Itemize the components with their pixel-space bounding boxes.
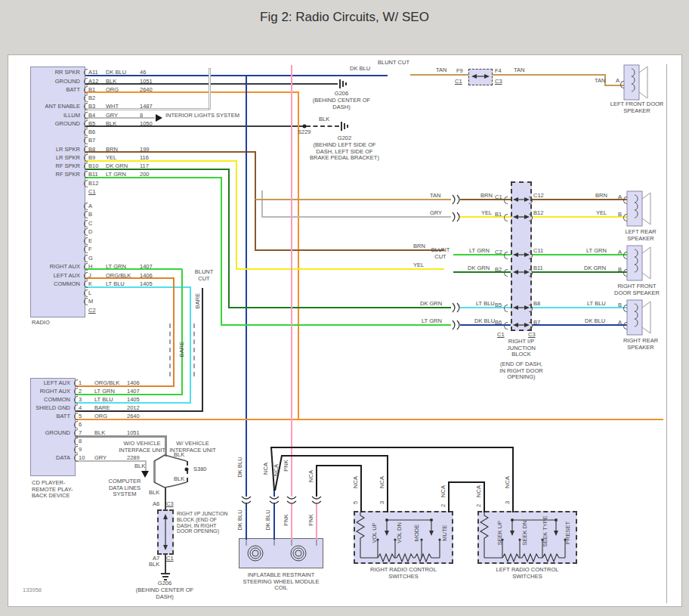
pin-bracket: [84, 146, 88, 153]
circuit-label: 1406: [127, 379, 140, 386]
pin-bracket: [84, 255, 88, 262]
pin-label: D: [88, 228, 92, 235]
left_switches-pins-0-label: 2: [475, 504, 482, 507]
wire-brn: [255, 151, 256, 251]
pin-label: A: [88, 203, 92, 209]
pin-label: 9: [79, 446, 82, 453]
wire-nca: [448, 481, 485, 483]
signal-label: RR SPKR: [55, 69, 80, 76]
color-label: YEL: [106, 154, 116, 161]
color-label: LT GRN: [106, 171, 126, 178]
figure-title: Fig 2: Radio Circuits, W/ SEO: [0, 10, 689, 25]
pin-label: L: [88, 289, 91, 296]
wire-yel: [236, 160, 237, 270]
pin-bracket: [74, 396, 78, 404]
wire_labels-blk-label: BLK: [174, 452, 184, 459]
circuit-label: 1407: [127, 388, 140, 395]
junction-rows-3-l2-label: DK GRN: [468, 265, 490, 272]
left_switches-buttons-0-label: SEEK UP: [496, 521, 503, 546]
color-label: ORG: [94, 413, 107, 419]
wire-lt-blu: [532, 307, 627, 308]
pin-label: 4: [79, 404, 82, 411]
pin-bracket: [84, 163, 88, 170]
interface-without-label: W/O VEHICLE INTERFACE UNIT: [119, 441, 165, 453]
srs-coil-block: [239, 538, 323, 568]
grounds-g202_loc-label: (BEHIND LEFT SIDE OF DASH, LEFT SIDE OF …: [307, 142, 382, 162]
pin-label: B7: [88, 137, 95, 144]
color-label: BRN: [106, 146, 118, 153]
radio-main-pin-rows: RR SPKRA11DK BLU46GROUNDA12BLK1051BATTB1…: [85, 68, 184, 196]
wire-gry: [261, 190, 263, 218]
pin-bracket: [84, 289, 88, 297]
junction-rows-1-l2-label: YEL: [481, 210, 492, 217]
pin-bracket: [84, 211, 88, 218]
color-label: DK GRN: [106, 163, 128, 169]
wire_labels-nca-label: NCA: [262, 463, 269, 475]
wire-gry: [145, 460, 147, 472]
pin-label: A11: [88, 69, 98, 76]
circuit-label: 116: [140, 154, 149, 161]
circuit-label: 1405: [127, 396, 140, 403]
pin-bracket: [74, 438, 78, 445]
junction-rows-2-l3-label: LT GRN: [586, 248, 607, 255]
pin-row-B10: RF SPKRB10DK GRN117: [85, 162, 184, 170]
pin-row-4: SHIELD GND4BARE2012: [76, 404, 174, 412]
wire-dk-grn: [228, 169, 230, 308]
color-label: LT BLU: [94, 396, 113, 403]
pin-bracket: [84, 228, 88, 236]
wire_labels-tan-label: TAN: [436, 67, 446, 74]
pin-label: A12: [88, 78, 98, 85]
pin-row-B11: RF SPKRB11LT GRN200: [85, 170, 184, 178]
top_connector-c3-label: C3: [495, 79, 502, 85]
signal-label: RF SPKR: [55, 163, 80, 169]
pin-label: E: [88, 237, 92, 244]
left_switches-buttons-3-label: PRESET: [564, 522, 571, 544]
pin-bracket: [84, 86, 88, 94]
wire-nca: [316, 465, 361, 466]
pin-bracket: [74, 404, 78, 412]
wire-lt-grn: [532, 254, 627, 255]
pin-row-K: COMMONKLT BLU1405: [85, 280, 184, 289]
circuit-label: 1407: [140, 263, 153, 270]
left-switches-title: LEFT RADIO CONTROL SWITCHES: [493, 567, 562, 580]
junction-rows-0-l1-label: TAN: [430, 193, 440, 200]
left_switches-buttons-1-label: SEEK DN: [521, 521, 528, 546]
arcL: [623, 322, 627, 330]
signal-label: LR SPKR: [56, 154, 80, 161]
junction-rows-1-spk-label: B: [618, 212, 622, 218]
wire-dk-grn: [532, 271, 627, 273]
radio-label: RADIO: [32, 320, 50, 327]
signal-label: BATT: [56, 413, 70, 419]
pin-bracket: [84, 203, 88, 210]
circuit-label: 2289: [127, 454, 140, 461]
pin-label: 6: [79, 421, 82, 428]
pin-label: B12: [88, 180, 98, 187]
signal-label: SHIELD GND: [36, 404, 70, 411]
signal-label: GROUND: [55, 120, 80, 127]
pin-label: M: [88, 298, 93, 305]
pin-row-5: BATT5ORG2640: [76, 412, 174, 420]
pin-row-B8: LR SPKRB8BRN199: [85, 144, 184, 153]
pin-label: J: [88, 272, 91, 279]
pin-label: B4: [88, 112, 95, 119]
pin-label: 7: [79, 429, 82, 436]
junction-rows-3-pin_l-label: B2: [495, 267, 502, 274]
right-switches-title: RIGHT RADIO CONTROL SWITCHES: [369, 567, 438, 580]
pin-label: B2: [88, 94, 95, 101]
signal-label: ILLUM: [63, 112, 80, 119]
junction-rows-4-l1-label: DK GRN: [420, 301, 442, 308]
junction-rows-3-spk-label: B: [618, 267, 622, 274]
color-label: DK BLU: [106, 69, 126, 76]
junction-rows-3-l3-label: DK GRN: [584, 265, 606, 272]
signal-label: ANT ENABLE: [45, 103, 80, 110]
wire_labels-dk_blu-label: DK BLU: [264, 509, 271, 530]
junction-rows-1-pin_l-label: B1: [495, 212, 502, 218]
junction-rows-2-spk-label: A: [618, 249, 622, 256]
arcL: [504, 322, 508, 330]
wire-gry-thick: [153, 461, 156, 482]
w: [169, 323, 171, 376]
junction-rows-2-l2-label: LT GRN: [469, 248, 490, 255]
wire_labels-bare-label: BARE: [178, 342, 185, 357]
junction-rows-1-pin_r-label: B12: [533, 210, 543, 217]
pin-bracket: [84, 94, 88, 102]
